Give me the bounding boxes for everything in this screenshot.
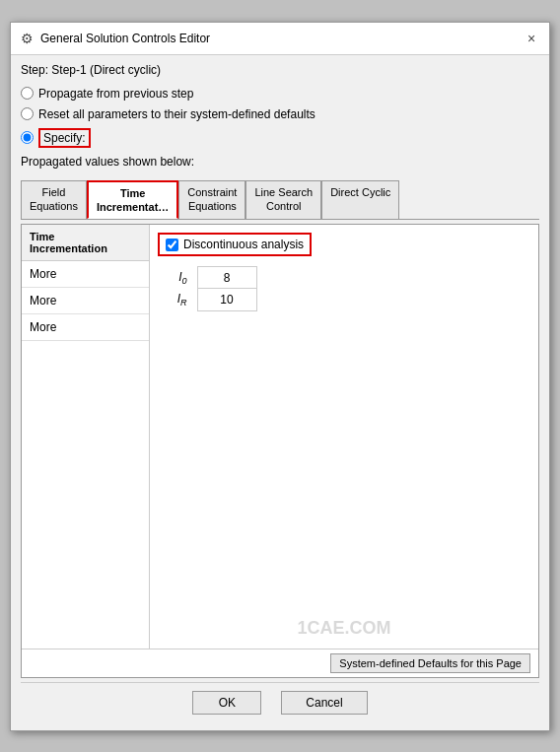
radio-propagate-row: Propagate from previous step	[21, 87, 539, 101]
param-label-i0: I0	[158, 267, 197, 289]
param-label-ir: IR	[158, 289, 197, 310]
radio-reset-row: Reset all parameters to their system-def…	[21, 107, 539, 121]
system-defaults-button[interactable]: System-defined Defaults for this Page	[330, 653, 530, 673]
table-row-ir: IR 10	[158, 289, 256, 310]
step-label: Step: Step-1 (Direct cyclic)	[21, 63, 539, 77]
radio-reset-label: Reset all parameters to their system-def…	[38, 107, 315, 121]
dialog-body: Step: Step-1 (Direct cyclic) Propagate f…	[11, 55, 549, 730]
discontinuous-checkbox[interactable]	[166, 239, 178, 251]
radio-reset[interactable]	[21, 107, 34, 120]
title-bar: ⚙ General Solution Controls Editor ×	[11, 23, 549, 55]
tab-constraint-equations[interactable]: ConstraintEquations	[178, 180, 245, 220]
tab-time-incrementation[interactable]: TimeIncrementat…	[87, 180, 178, 220]
param-value-i0[interactable]: 8	[197, 267, 256, 289]
dialog-window: ⚙ General Solution Controls Editor × Ste…	[10, 22, 550, 731]
watermark: 1CAE.COM	[297, 618, 390, 639]
left-item-more-1[interactable]: More	[22, 261, 149, 288]
right-panel: Discontinuous analysis I0 8 IR	[150, 225, 538, 648]
content-inner: TimeIncrementation More More More Discon…	[22, 225, 538, 648]
tab-direct-cyclic[interactable]: Direct Cyclic	[321, 180, 399, 220]
parameters-table: I0 8 IR 10	[158, 266, 257, 311]
bottom-bar: System-defined Defaults for this Page	[22, 649, 538, 677]
left-item-more-3[interactable]: More	[22, 314, 149, 341]
window-title: General Solution Controls Editor	[40, 32, 516, 45]
radio-propagate[interactable]	[21, 87, 34, 100]
table-row-i0: I0 8	[158, 267, 256, 289]
close-button[interactable]: ×	[522, 29, 541, 48]
tab-line-search-control[interactable]: Line SearchControl	[245, 180, 321, 220]
radio-specify-row: Specify:	[21, 128, 539, 148]
app-icon: ⚙	[19, 31, 35, 46]
specify-highlight-box: Specify:	[38, 128, 91, 148]
param-value-ir[interactable]: 10	[197, 289, 256, 310]
left-panel: TimeIncrementation More More More	[22, 225, 150, 648]
cancel-button[interactable]: Cancel	[281, 691, 367, 715]
dialog-footer: OK Cancel	[21, 682, 539, 722]
tab-field-equations[interactable]: FieldEquations	[21, 180, 87, 220]
tabs-container: FieldEquations TimeIncrementat… Constrai…	[21, 180, 539, 221]
radio-specify[interactable]	[21, 131, 34, 144]
discontinuous-label: Discontinuous analysis	[183, 238, 304, 251]
ok-button[interactable]: OK	[192, 691, 261, 715]
left-panel-header: TimeIncrementation	[22, 225, 149, 261]
discontinuous-analysis-row: Discontinuous analysis	[158, 233, 312, 256]
content-area: TimeIncrementation More More More Discon…	[21, 224, 539, 677]
propagated-text: Propagated values shown below:	[21, 155, 539, 169]
left-item-more-2[interactable]: More	[22, 288, 149, 314]
radio-propagate-label: Propagate from previous step	[38, 87, 193, 101]
radio-specify-label: Specify:	[43, 131, 86, 145]
